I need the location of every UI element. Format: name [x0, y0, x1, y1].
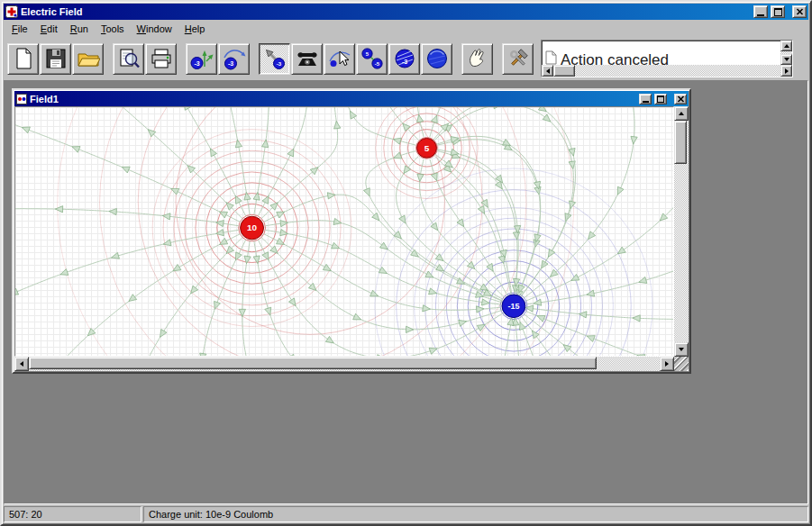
- menu-bar: File Edit Run Tools Window Help: [4, 20, 808, 37]
- log-hscroll-track[interactable]: [575, 65, 780, 77]
- sphere-tool-button[interactable]: [421, 43, 452, 75]
- title-bar[interactable]: Electric Field: [4, 4, 808, 20]
- options-tool-group: [502, 43, 534, 75]
- right-arrow-icon: [785, 68, 789, 74]
- charge[interactable]: 10: [241, 216, 264, 240]
- pointer-tool-button[interactable]: [324, 43, 355, 75]
- charged-sphere-icon: [425, 47, 449, 70]
- hscroll-thumb[interactable]: [29, 357, 597, 369]
- page-icon: [545, 50, 557, 65]
- horizontal-scrollbar[interactable]: [14, 357, 674, 371]
- magnifier-icon: [117, 47, 141, 70]
- phone-tool-button[interactable]: [291, 43, 323, 75]
- save-button[interactable]: [40, 43, 71, 75]
- log-scroll-right-button[interactable]: [780, 65, 792, 77]
- child-close-button[interactable]: [674, 94, 687, 104]
- telephone-icon: [296, 47, 319, 70]
- charge-tool-group: -3: [259, 43, 452, 75]
- menu-item-help[interactable]: Help: [178, 21, 212, 37]
- new-button[interactable]: [7, 43, 39, 75]
- scroll-left-button[interactable]: [14, 357, 29, 371]
- cursor-trajectory-icon: [328, 47, 351, 70]
- charge-label: 10: [247, 223, 258, 233]
- close-icon: [677, 95, 685, 103]
- menu-item-run[interactable]: Run: [64, 21, 95, 37]
- menu-item-window[interactable]: Window: [131, 21, 178, 37]
- menu-item-file[interactable]: File: [5, 21, 34, 37]
- hand-glove-icon: [466, 47, 489, 70]
- mdi-workspace: Field1 105-15: [4, 80, 808, 504]
- add-hatched-charge-button[interactable]: -3: [388, 43, 420, 75]
- drag-arrow-charge-icon: -3: [263, 47, 287, 70]
- show-field-vectors-button[interactable]: -3: [186, 43, 217, 75]
- window-title: Electric Field: [21, 6, 751, 17]
- scroll-up-button[interactable]: [674, 106, 689, 121]
- status-bar: 507: 20 Charge unit: 10e-9 Coulomb: [4, 504, 808, 522]
- child-title-bar[interactable]: Field1: [14, 91, 689, 106]
- drag-charge-button[interactable]: -3: [259, 43, 290, 75]
- add-dipole-button[interactable]: 5 -5: [356, 43, 388, 75]
- close-icon: [796, 8, 804, 15]
- preview-button[interactable]: [113, 43, 144, 75]
- menu-item-edit[interactable]: Edit: [34, 21, 64, 37]
- child-window-title: Field1: [30, 94, 636, 104]
- vscroll-thumb[interactable]: [674, 121, 687, 164]
- scroll-right-button[interactable]: [660, 357, 674, 371]
- print-button[interactable]: [145, 43, 177, 75]
- new-document-icon: [12, 47, 35, 70]
- log-hscroll-thumb[interactable]: [553, 65, 575, 77]
- coordinates-text: 507: 20: [9, 509, 42, 520]
- scroll-down-button[interactable]: [674, 342, 689, 357]
- field-canvas[interactable]: 105-15: [14, 106, 674, 357]
- hammer-wrench-icon: [506, 47, 530, 70]
- left-arrow-icon: [20, 361, 23, 367]
- field-document-window: Field1 105-15: [12, 88, 691, 374]
- icon-charge-label: -3: [276, 61, 281, 67]
- action-log-text: Action canceled: [561, 52, 669, 65]
- floppy-disk-icon: [44, 47, 68, 70]
- log-scroll-up-button[interactable]: [780, 41, 792, 51]
- log-horizontal-scrollbar[interactable]: [542, 65, 792, 77]
- charge-unit-panel: Charge unit: 10e-9 Coulomb: [143, 506, 808, 522]
- open-button[interactable]: [72, 43, 104, 75]
- hand-tool-button[interactable]: [461, 43, 493, 75]
- minimize-icon: [757, 14, 764, 16]
- field-svg: 105-15: [15, 107, 673, 356]
- action-log-panel[interactable]: Action canceled: [541, 40, 793, 77]
- icon-charge-label: -3: [401, 59, 406, 65]
- field-document-icon[interactable]: [16, 94, 27, 104]
- show-trajectory-button[interactable]: -3: [218, 43, 250, 75]
- charge-label: -15: [508, 302, 520, 311]
- icon-charge-label: -3: [227, 60, 233, 67]
- maximize-button[interactable]: [771, 5, 785, 18]
- close-button[interactable]: [792, 5, 807, 18]
- vertical-scrollbar[interactable]: [674, 106, 689, 357]
- charge-unit-text: Charge unit: 10e-9 Coulomb: [149, 509, 273, 520]
- log-scroll-left-button[interactable]: [542, 65, 553, 77]
- log-vertical-scrollbar[interactable]: [780, 41, 792, 65]
- hatched-charge-icon: -3: [393, 47, 416, 70]
- action-log-content: Action canceled: [542, 41, 780, 65]
- charge[interactable]: 5: [417, 139, 437, 159]
- up-arrow-icon: [679, 112, 684, 115]
- app-icon[interactable]: [5, 5, 18, 18]
- minimize-button[interactable]: [753, 5, 768, 18]
- child-maximize-button[interactable]: [654, 94, 667, 104]
- child-minimize-button[interactable]: [639, 94, 652, 104]
- hand-tool-group: [461, 43, 493, 75]
- log-scroll-down-button[interactable]: [780, 54, 792, 65]
- view-tool-group: -3 -3: [186, 43, 250, 75]
- charge-trajectory-icon: -3: [223, 47, 246, 70]
- app-window: Electric Field File Edit Run Tools Windo…: [0, 0, 812, 526]
- right-arrow-icon: [665, 361, 669, 367]
- vscroll-track[interactable]: [674, 164, 689, 342]
- child-window-body: 105-15: [14, 106, 689, 371]
- charge[interactable]: -15: [502, 295, 525, 318]
- hscroll-track[interactable]: [597, 357, 660, 371]
- down-arrow-icon: [679, 348, 684, 351]
- open-folder-icon: [77, 47, 100, 70]
- resize-grip[interactable]: [674, 357, 689, 371]
- menu-item-tools[interactable]: Tools: [95, 21, 131, 37]
- file-button-group: [7, 43, 104, 75]
- options-button[interactable]: [502, 43, 534, 75]
